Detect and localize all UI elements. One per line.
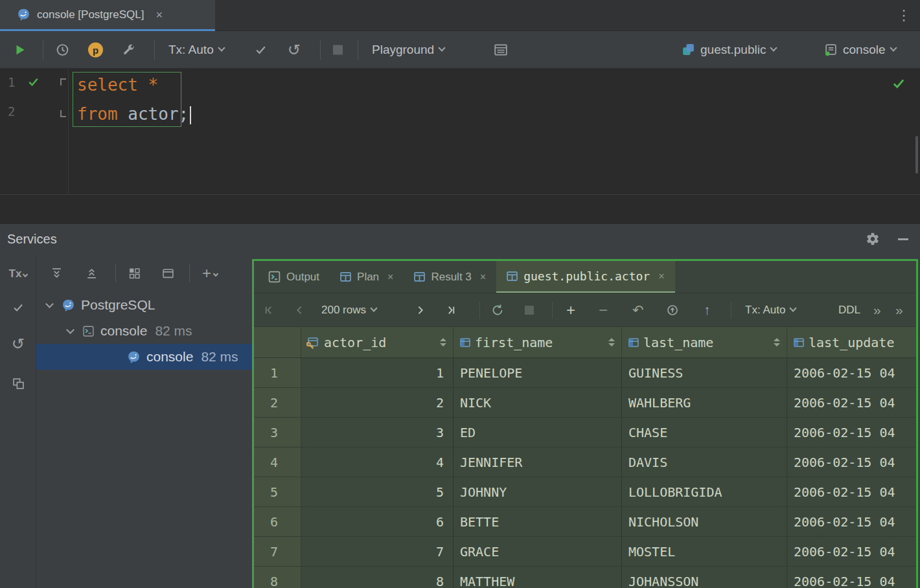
tab-console-postgresql[interactable]: console [PostgreSQL] × [0,0,215,31]
cell-first-name[interactable]: PENELOPE [454,358,622,387]
cell-last-name[interactable]: GUINESS [622,358,787,387]
stop-button[interactable] [333,45,343,54]
cell-last-name[interactable]: CHASE [622,418,787,447]
column-header-first-name[interactable]: first_name [454,327,622,357]
tx-switch-button[interactable]: Tx [0,267,36,280]
cell-last-name[interactable]: WAHLBERG [622,388,787,417]
last-page-icon[interactable] [446,304,457,315]
cell-actor-id[interactable]: 5 [301,477,454,506]
collapse-all-icon[interactable] [86,267,98,280]
table-row[interactable]: 8 8 MATTHEW JOHANSSON 2006-02-15 04 [254,567,916,588]
close-icon[interactable]: × [480,271,486,283]
cell-last-name[interactable]: JOHANSSON [622,567,787,588]
row-number-cell[interactable]: 8 [254,567,301,588]
cell-last-name[interactable]: MOSTEL [622,537,787,566]
cell-actor-id[interactable]: 1 [301,358,454,387]
cell-last-update[interactable]: 2006-02-15 04 [787,358,916,387]
cell-last-update[interactable]: 2006-02-15 04 [787,537,916,566]
view-mode-icon[interactable] [162,267,174,280]
editor-splitter[interactable] [0,194,920,195]
cell-actor-id[interactable]: 6 [301,507,454,536]
minimize-icon[interactable] [898,233,910,245]
row-number-cell[interactable]: 3 [254,418,301,447]
row-number-cell[interactable]: 2 [254,388,301,417]
close-icon[interactable]: × [387,271,393,283]
tab-result-3[interactable]: Result 3 × [404,261,496,293]
cell-actor-id[interactable]: 3 [301,418,454,447]
statement-executed-icon[interactable] [27,76,40,88]
cell-last-update[interactable]: 2006-02-15 04 [787,447,916,477]
sort-icon[interactable] [440,338,446,346]
column-header-last-update[interactable]: last_update [787,327,916,357]
row-number-cell[interactable]: 6 [254,507,301,536]
gear-icon[interactable] [866,232,880,246]
table-row[interactable]: 4 4 JENNIFER DAVIS 2006-02-15 04 [254,447,916,477]
cell-last-update[interactable]: 2006-02-15 04 [787,507,916,536]
tree-item-console-group[interactable]: console 82 ms [36,318,252,344]
add-row-icon[interactable]: + [566,301,575,319]
hidden-toolbar-chevron-icon[interactable]: » [895,302,903,318]
cell-actor-id[interactable]: 2 [301,388,454,417]
tree-item-postgresql[interactable]: PostgreSQL [36,292,252,318]
add-service-button[interactable]: + [202,264,218,282]
editor-scrollbar[interactable] [915,136,918,174]
more-options-kebab-icon[interactable]: ⋮ [897,7,911,24]
cell-first-name[interactable]: JOHNNY [454,477,622,506]
column-header-last-name[interactable]: last_name [622,327,787,357]
tab-plan[interactable]: Plan × [330,261,404,293]
page-size-dropdown[interactable]: 200 rows [321,304,376,317]
cell-last-update[interactable]: 2006-02-15 04 [787,477,916,506]
console-selector[interactable]: console [824,43,896,57]
cell-first-name[interactable]: ED [454,418,622,447]
double-chevron-more-icon[interactable]: » [873,302,881,318]
tab-guest-public-actor[interactable]: guest.public.actor × [496,261,674,293]
output-layout-icon[interactable] [494,43,508,57]
cell-first-name[interactable]: MATTHEW [454,567,622,588]
schema-selector[interactable]: guest.public [682,43,776,57]
column-header-actor-id[interactable]: actor_id [301,327,454,357]
commit-button[interactable] [254,43,268,56]
row-number-cell[interactable]: 4 [254,447,301,477]
stop-icon[interactable] [525,306,534,315]
tx-mode-dropdown[interactable]: Tx: Auto [168,43,224,57]
close-icon[interactable]: × [155,9,163,21]
tree-item-console-result[interactable]: console 82 ms [36,344,252,370]
sql-editor[interactable]: 1 2 select * from actor; [0,69,920,223]
split-windows-icon[interactable] [0,378,36,390]
revert-changes-icon[interactable]: ↶ [632,302,644,318]
code-line-2[interactable]: from actor; [69,100,920,129]
table-row[interactable]: 2 2 NICK WAHLBERG 2006-02-15 04 [254,388,916,418]
expand-all-icon[interactable] [51,267,63,280]
code-area[interactable]: select * from actor; [69,69,920,129]
commit-upload-icon[interactable]: ↑ [704,302,711,318]
row-number-cell[interactable]: 1 [254,358,301,387]
settings-wrench-icon[interactable] [122,43,135,56]
delete-row-icon[interactable]: − [599,301,608,319]
ddl-button[interactable]: DDL [838,304,860,317]
profile-badge-icon[interactable]: p [88,42,103,57]
row-number-cell[interactable]: 5 [254,477,301,506]
services-panel-header[interactable]: Services [0,223,920,254]
rollback-button[interactable]: ↺ [288,41,301,59]
code-line-1[interactable]: select * [69,71,920,100]
cell-first-name[interactable]: NICK [454,388,622,417]
row-number-cell[interactable]: 7 [254,537,301,566]
cell-actor-id[interactable]: 4 [301,447,454,477]
history-clock-icon[interactable] [56,43,69,56]
close-icon[interactable]: × [658,271,664,282]
cell-actor-id[interactable]: 8 [301,567,454,588]
cell-first-name[interactable]: GRACE [454,537,622,566]
table-row[interactable]: 6 6 BETTE NICHOLSON 2006-02-15 04 [254,507,916,537]
grid-tx-dropdown[interactable]: Tx: Auto [745,304,796,317]
cell-last-name[interactable]: LOLLOBRIGIDA [622,477,787,506]
first-page-icon[interactable] [263,304,274,315]
table-row[interactable]: 1 1 PENELOPE GUINESS 2006-02-15 04 [254,358,916,388]
sort-icon[interactable] [608,338,615,346]
reload-page-icon[interactable] [491,304,504,317]
next-page-icon[interactable] [415,304,426,315]
cell-last-update[interactable]: 2006-02-15 04 [787,388,916,417]
cell-first-name[interactable]: JENNIFER [454,447,622,477]
commit-icon[interactable] [0,301,36,314]
group-services-icon[interactable] [128,267,141,280]
run-button[interactable] [13,43,27,57]
